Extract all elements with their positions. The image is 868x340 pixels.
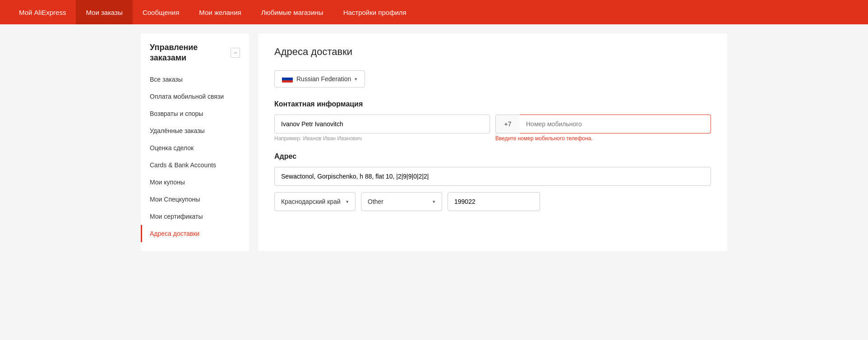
street-input-row	[274, 167, 711, 186]
page-title: Адреса доставки	[274, 46, 711, 58]
sidebar-item-coupons[interactable]: Мои купоны	[141, 174, 249, 191]
address-dropdowns: Краснодарский край ▾ Other ▾	[274, 192, 711, 211]
nav-my-orders[interactable]: Мои заказы	[76, 0, 133, 24]
chevron-down-icon: ▾	[346, 199, 349, 205]
nav-wishlist[interactable]: Мои желания	[189, 0, 251, 24]
address-section-title: Адрес	[274, 152, 711, 161]
chevron-down-icon: ▾	[433, 199, 435, 205]
sidebar-item-delivery-addresses[interactable]: Адреса доставки	[141, 225, 249, 242]
phone-group: +7	[495, 115, 711, 133]
nav-favorite-stores[interactable]: Любимые магазины	[251, 0, 333, 24]
phone-prefix: +7	[495, 115, 520, 133]
contact-section: Контактная информация Например: Иванов И…	[274, 100, 711, 142]
sidebar-item-deleted-orders[interactable]: Удалённые заказы	[141, 122, 249, 139]
sidebar-title: Управление заказами	[150, 42, 231, 64]
sidebar: Управление заказами − Все заказы Оплата …	[141, 33, 249, 251]
address-section: Адрес Краснодарский край ▾ Other ▾	[274, 152, 711, 211]
zip-input[interactable]	[448, 192, 540, 211]
name-input[interactable]	[274, 115, 490, 133]
phone-error-text: Введите номер мобильного телефона.	[495, 135, 711, 142]
sidebar-collapse-button[interactable]: −	[231, 48, 240, 58]
sidebar-item-special-coupons[interactable]: Мои Спецкупоны	[141, 191, 249, 208]
main-layout: Управление заказами − Все заказы Оплата …	[141, 24, 727, 260]
sidebar-item-mobile-payment[interactable]: Оплата мобильной связи	[141, 88, 249, 105]
name-input-group: Например: Иванов Иван Иванович	[274, 115, 490, 142]
city-dropdown[interactable]: Other ▾	[361, 192, 442, 211]
russian-flag-icon	[282, 75, 293, 83]
region-label: Краснодарский край	[281, 198, 341, 205]
contact-form-row: Например: Иванов Иван Иванович +7 Введит…	[274, 115, 711, 142]
contact-section-title: Контактная информация	[274, 100, 711, 108]
name-hint: Например: Иванов Иван Иванович	[274, 135, 490, 142]
nav-messages[interactable]: Сообщения	[133, 0, 189, 24]
main-content: Адреса доставки Russian Federation ▾ Кон…	[258, 33, 727, 251]
top-navigation: Мой AliExpress Мои заказы Сообщения Мои …	[0, 0, 868, 24]
nav-my-aliexpress[interactable]: Мой AliExpress	[9, 0, 76, 24]
city-label: Other	[368, 198, 383, 205]
phone-input[interactable]	[520, 115, 711, 133]
sidebar-item-cards-accounts[interactable]: Cards & Bank Accounts	[141, 156, 249, 174]
region-dropdown[interactable]: Краснодарский край ▾	[274, 192, 356, 211]
sidebar-title-row: Управление заказами −	[141, 42, 249, 71]
sidebar-item-deal-rating[interactable]: Оценка сделок	[141, 139, 249, 156]
nav-profile-settings[interactable]: Настройки профиля	[333, 0, 416, 24]
chevron-down-icon: ▾	[355, 76, 357, 82]
sidebar-item-all-orders[interactable]: Все заказы	[141, 71, 249, 88]
sidebar-item-returns[interactable]: Возвраты и споры	[141, 105, 249, 122]
country-selector[interactable]: Russian Federation ▾	[274, 70, 365, 87]
sidebar-item-certificates[interactable]: Мои сертификаты	[141, 208, 249, 225]
country-name: Russian Federation	[296, 75, 351, 83]
street-input[interactable]	[274, 167, 711, 186]
phone-input-group: +7 Введите номер мобильного телефона.	[495, 115, 711, 142]
